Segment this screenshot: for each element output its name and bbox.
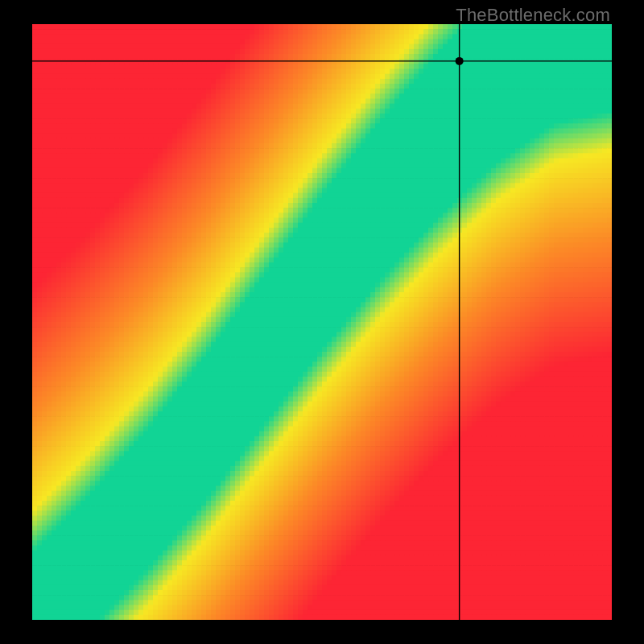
heatmap-plot: [32, 24, 612, 620]
heatmap-canvas: [32, 24, 612, 620]
outer-frame: TheBottleneck.com: [0, 0, 644, 644]
watermark-text: TheBottleneck.com: [456, 5, 610, 26]
